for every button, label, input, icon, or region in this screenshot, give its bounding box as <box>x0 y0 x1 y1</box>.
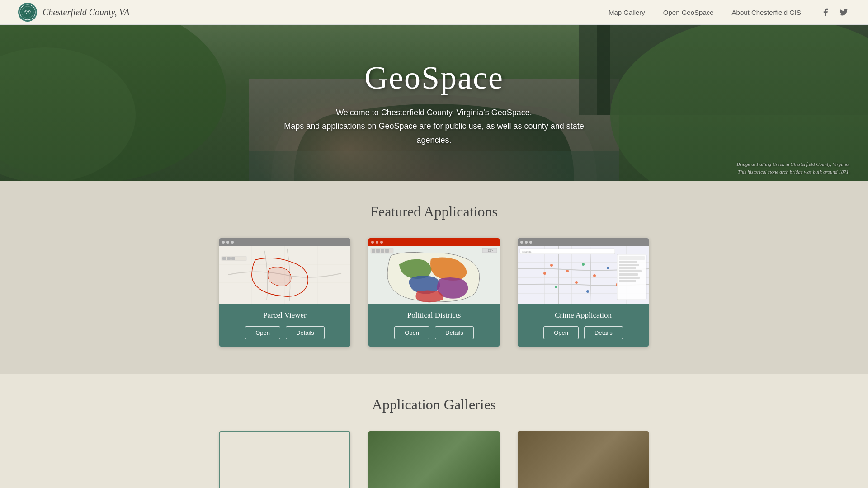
hero-subtitle: Welcome to Chesterfield County, Virginia… <box>276 105 592 147</box>
political-districts-buttons: Open Details <box>377 326 491 339</box>
featured-section: Featured Applications <box>0 181 868 374</box>
dot3 <box>231 241 234 244</box>
logo-area: VA Chesterfield County, VA <box>18 3 129 22</box>
crime-map-thumb: Search... <box>518 238 649 304</box>
parcel-map-thumb <box>219 238 350 304</box>
svg-rect-54 <box>619 273 638 276</box>
political-districts-footer: Political Districts Open Details <box>368 304 500 347</box>
hero-section: GeoSpace Welcome to Chesterfield County,… <box>0 25 868 181</box>
gallery-card-1[interactable] <box>219 431 350 488</box>
political-map-header <box>368 238 500 246</box>
svg-rect-51 <box>619 264 639 266</box>
featured-cards: Parcel Viewer Open Details <box>18 238 850 347</box>
dot2 <box>226 241 229 244</box>
navbar: VA Chesterfield County, VA Map Gallery O… <box>0 0 868 25</box>
political-districts-card: — □ × Political Districts Open Details <box>368 238 500 347</box>
gallery-card-3[interactable] <box>518 431 649 488</box>
svg-rect-57 <box>520 249 615 254</box>
gallery-card-2[interactable] <box>368 431 500 488</box>
svg-rect-19 <box>222 257 226 260</box>
crime-application-card: Search... Crime Application Open Details <box>518 238 649 347</box>
hero-caption: Bridge at Falling Creek in Chesterfield … <box>737 160 850 175</box>
svg-point-47 <box>543 272 546 275</box>
parcel-viewer-details-button[interactable]: Details <box>286 326 325 339</box>
svg-text:Search...: Search... <box>522 250 533 253</box>
featured-title: Featured Applications <box>18 203 850 220</box>
political-map-thumb: — □ × <box>368 238 500 304</box>
crime-application-thumbnail: Search... <box>518 238 649 304</box>
political-districts-name: Political Districts <box>377 311 491 320</box>
parcel-viewer-thumbnail <box>219 238 350 304</box>
svg-rect-25 <box>376 249 380 253</box>
dot2 <box>376 241 378 244</box>
crime-application-name: Crime Application <box>527 311 640 320</box>
parcel-viewer-footer: Parcel Viewer Open Details <box>219 304 350 347</box>
dot2 <box>525 241 528 244</box>
seal-icon: VA <box>19 4 36 20</box>
svg-rect-49 <box>619 256 645 260</box>
crime-map-svg: Search... <box>518 246 649 304</box>
svg-rect-55 <box>619 277 640 279</box>
political-map-body: — □ × <box>368 246 500 304</box>
dot1 <box>222 241 225 244</box>
svg-rect-20 <box>227 257 231 260</box>
svg-rect-56 <box>619 280 636 282</box>
svg-point-38 <box>550 264 553 267</box>
svg-rect-24 <box>372 249 375 253</box>
political-districts-details-button[interactable]: Details <box>435 326 474 339</box>
svg-rect-27 <box>385 249 389 253</box>
svg-rect-21 <box>231 257 235 260</box>
crime-map-header <box>518 238 649 246</box>
nav-about-gis[interactable]: About Chesterfield GIS <box>732 9 801 16</box>
nav-map-gallery[interactable]: Map Gallery <box>609 9 645 16</box>
svg-point-39 <box>566 270 569 272</box>
crime-map-body: Search... <box>518 246 649 304</box>
parcel-map-body <box>219 246 350 304</box>
county-seal: VA <box>18 3 37 22</box>
nav-open-geospace[interactable]: Open GeoSpace <box>663 9 714 16</box>
parcel-viewer-open-button[interactable]: Open <box>245 326 280 339</box>
social-icons <box>819 6 850 19</box>
svg-point-41 <box>593 274 596 277</box>
svg-rect-50 <box>619 261 637 263</box>
crime-application-buttons: Open Details <box>527 326 640 339</box>
parcel-viewer-buttons: Open Details <box>228 326 341 339</box>
svg-point-42 <box>607 267 609 269</box>
svg-point-46 <box>586 290 589 293</box>
svg-text:— □ ×: — □ × <box>483 249 493 253</box>
galleries-section: Application Galleries <box>0 374 868 488</box>
svg-point-43 <box>575 281 578 284</box>
dot1 <box>371 241 374 244</box>
map-thumb-header <box>219 238 350 246</box>
hero-content: GeoSpace Welcome to Chesterfield County,… <box>276 59 592 147</box>
political-districts-open-button[interactable]: Open <box>394 326 429 339</box>
dot3 <box>529 241 532 244</box>
political-map-svg: — □ × <box>368 246 500 304</box>
svg-rect-53 <box>619 270 642 272</box>
facebook-icon[interactable] <box>819 6 832 19</box>
gallery-cards-container <box>18 431 850 488</box>
parcel-viewer-card: Parcel Viewer Open Details <box>219 238 350 347</box>
svg-point-40 <box>582 263 585 266</box>
parcel-viewer-name: Parcel Viewer <box>228 311 341 320</box>
nav-links: Map Gallery Open GeoSpace About Chesterf… <box>609 6 850 19</box>
crime-application-footer: Crime Application Open Details <box>518 304 649 347</box>
hero-title: GeoSpace <box>276 59 592 96</box>
crime-application-details-button[interactable]: Details <box>584 326 623 339</box>
dot1 <box>520 241 523 244</box>
twitter-icon[interactable] <box>837 6 850 19</box>
dot3 <box>380 241 383 244</box>
site-title: Chesterfield County, VA <box>42 7 129 18</box>
political-districts-thumbnail: — □ × <box>368 238 500 304</box>
galleries-title: Application Galleries <box>18 396 850 413</box>
svg-point-44 <box>555 286 557 288</box>
svg-rect-52 <box>619 267 636 269</box>
parcel-map-svg <box>219 246 350 304</box>
crime-application-open-button[interactable]: Open <box>543 326 579 339</box>
svg-rect-26 <box>381 249 384 253</box>
